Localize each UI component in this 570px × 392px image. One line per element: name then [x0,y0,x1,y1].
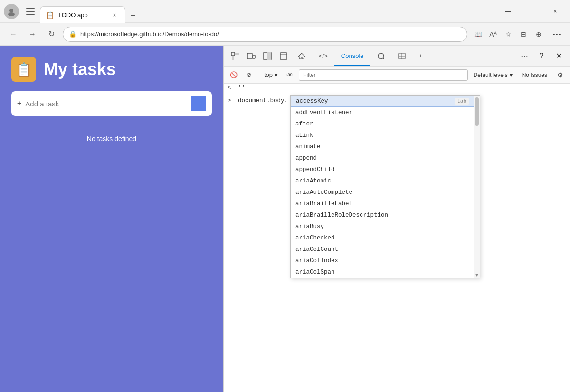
minimize-btn[interactable]: — [497,4,519,19]
favorites-btn[interactable]: ☆ [502,28,515,41]
console-filter-input[interactable] [299,69,468,81]
autocomplete-item[interactable]: ariaColCount [291,244,474,255]
output-text: '' [238,85,566,91]
split-screen-btn[interactable]: ⊟ [517,28,530,41]
todo-app-title: My tasks [44,59,116,79]
todo-app-icon: 📋 [11,57,36,82]
new-tab-btn[interactable]: + [126,9,140,22]
clear-console-btn[interactable]: 🚫 [228,69,240,81]
address-action-btns: 📖 Aᴬ ☆ ⊟ ⊕ [471,28,545,41]
inspect-element-btn[interactable] [228,48,243,64]
autocomplete-item-label: addEventListener [295,109,469,116]
elements-tab-icon[interactable] [276,48,291,64]
scroll-down-arrow[interactable]: ▼ [474,272,480,278]
title-bar: 📋 TODO app × + — □ × [0,0,570,23]
autocomplete-item[interactable]: after [291,118,474,130]
tab-sources[interactable]: </> [312,47,334,66]
content-area: 📋 My tasks + → No tasks defined [0,46,570,392]
console-settings-btn[interactable]: ⚙ [554,69,566,81]
read-aloud-btn[interactable]: Aᴬ [486,28,500,41]
collections-btn[interactable]: ⊕ [532,28,545,41]
autocomplete-item-label: after [295,121,469,127]
autocomplete-item-label: aLink [295,132,469,139]
autocomplete-item-label: ariaColCount [295,246,469,253]
autocomplete-item[interactable]: ariaBusy [291,221,474,232]
add-task-plus-icon: + [17,99,21,108]
autocomplete-item[interactable]: ariaBrailleRoleDescription [291,210,474,221]
address-bar: ← → ↻ 🔒 📖 Aᴬ ☆ ⊟ ⊕ ⋯ [0,23,570,46]
autocomplete-item-label: accessKey [296,98,455,105]
autocomplete-item[interactable]: ariaColSpan [291,267,474,278]
more-options-btn[interactable]: ⋯ [549,27,564,42]
tab-home[interactable] [291,47,312,66]
tab-console[interactable]: Console [334,47,370,66]
close-btn[interactable]: × [544,4,566,19]
autocomplete-item-label: ariaAutoComplete [295,189,469,196]
address-input[interactable] [80,30,461,38]
autocomplete-item-label: ariaBusy [295,223,469,230]
window-controls: — □ × [497,4,566,19]
devtools-close-btn[interactable]: ✕ [551,48,566,64]
svg-rect-3 [26,11,35,12]
input-prompt: > [228,97,235,104]
reading-view-btn[interactable]: 📖 [471,28,484,41]
autocomplete-item-label: ariaChecked [295,235,469,241]
lock-icon: 🔒 [69,30,76,38]
autocomplete-item[interactable]: aLink [291,130,474,141]
svg-rect-4 [26,14,35,15]
svg-marker-14 [298,53,305,59]
address-bar-input-wrap: 🔒 [63,27,467,42]
maximize-btn[interactable]: □ [521,4,542,19]
autocomplete-item[interactable]: animate [291,141,474,153]
log-levels-btn[interactable]: Default levels ▾ [471,71,515,79]
tab-close-btn[interactable]: × [110,10,119,20]
autocomplete-item-label: ariaColSpan [295,269,469,276]
devtools-toolbar: </> Console + ⋯ ? ✕ [224,46,570,67]
autocomplete-item[interactable]: ariaBrailleLabel [291,198,474,210]
autocomplete-wrap: > document.body. accessKeytabaddEventLis… [224,95,570,106]
dock-btn[interactable] [260,48,275,64]
block-requests-btn[interactable]: ⊘ [243,69,255,81]
autocomplete-item[interactable]: ariaAtomic [291,175,474,187]
profile-avatar[interactable] [4,4,19,19]
autocomplete-dropdown: accessKeytabaddEventListenerafteraLinkan… [290,95,480,278]
add-task-input[interactable] [25,100,187,108]
svg-rect-2 [26,8,35,9]
no-tasks-message: No tasks defined [11,135,212,143]
back-btn[interactable]: ← [6,27,21,42]
tab-strip: 📋 TODO app × + [40,0,495,22]
context-arrow-icon: ▾ [275,71,278,78]
scroll-thumb [475,97,479,126]
tab-network[interactable] [391,47,412,66]
svg-rect-12 [280,53,287,59]
forward-btn[interactable]: → [25,27,40,42]
autocomplete-item[interactable]: appendChild [291,164,474,175]
active-tab[interactable]: 📋 TODO app × [40,6,125,23]
tab-more[interactable]: + [412,47,429,66]
autocomplete-scrollbar: ▼ [474,96,480,278]
autocomplete-item[interactable]: ariaColIndex [291,255,474,267]
console-tab-label: Console [341,52,364,59]
context-selector[interactable]: top ▾ [261,70,281,79]
autocomplete-item[interactable]: append [291,153,474,164]
log-levels-label: Default levels [474,72,508,78]
devtools-panel: </> Console + ⋯ ? ✕ [223,46,570,392]
sidebar-toggle-btn[interactable] [23,4,38,19]
more-tools-devtools-btn[interactable]: ⋯ [517,48,532,64]
autocomplete-item-label: ariaAtomic [295,178,469,184]
svg-point-1 [8,12,15,16]
add-task-submit-btn[interactable]: → [191,96,206,111]
autocomplete-item[interactable]: ariaAutoComplete [291,187,474,198]
device-emulation-btn[interactable] [244,48,259,64]
refresh-btn[interactable]: ↻ [44,27,59,42]
autocomplete-item[interactable]: ariaChecked [291,232,474,244]
autocomplete-item[interactable]: accessKeytab [291,96,474,107]
autocomplete-item[interactable]: addEventListener [291,107,474,118]
log-levels-arrow-icon: ▾ [510,72,513,78]
tab-favicon: 📋 [46,11,54,19]
tab-debugger[interactable] [370,47,391,66]
live-expressions-btn[interactable]: 👁 [284,69,296,81]
help-btn[interactable]: ? [534,48,549,64]
svg-rect-8 [247,53,252,59]
no-issues-btn[interactable]: No Issues [518,71,551,79]
